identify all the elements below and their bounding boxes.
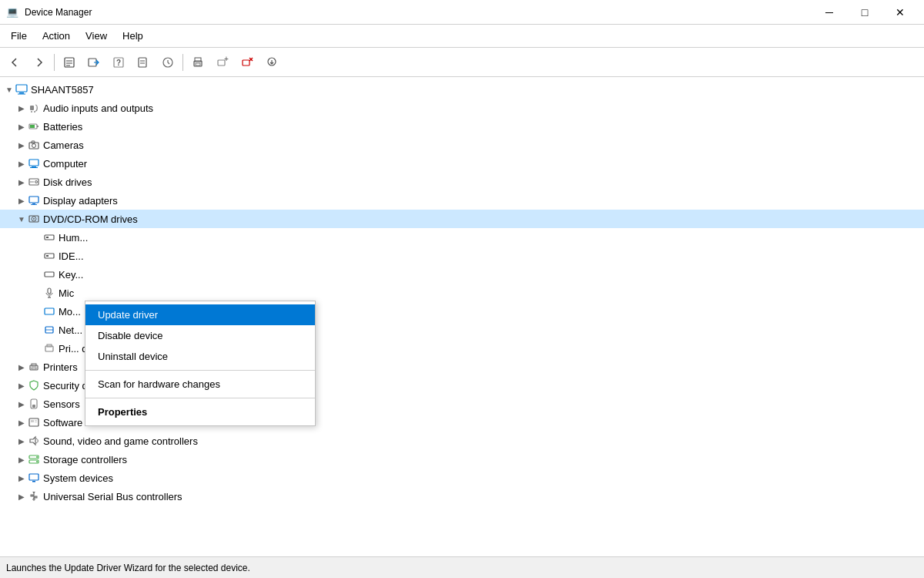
tree-item-computer[interactable]: ▶ Computer bbox=[0, 154, 924, 173]
svg-rect-52 bbox=[45, 308, 54, 314]
expand-computer[interactable]: ▶ bbox=[15, 157, 28, 170]
svg-rect-34 bbox=[30, 167, 38, 168]
printqu-icon bbox=[43, 342, 55, 355]
printers-label: Printers bbox=[43, 361, 78, 373]
expand-usb[interactable]: ▶ bbox=[15, 490, 28, 502]
svg-rect-65 bbox=[35, 422, 37, 422]
print-button[interactable] bbox=[186, 51, 209, 74]
dvd-icon bbox=[28, 213, 40, 225]
svg-marker-74 bbox=[32, 492, 35, 493]
device-events-button[interactable] bbox=[132, 51, 155, 74]
tree-item-disk-drives[interactable]: ▶ Disk drives bbox=[0, 173, 924, 191]
scan-hardware-button[interactable] bbox=[156, 51, 179, 74]
svg-marker-66 bbox=[30, 437, 35, 445]
svg-rect-45 bbox=[46, 237, 49, 238]
expand-root[interactable]: ▼ bbox=[3, 83, 15, 96]
tree-item-cameras[interactable]: ▶ Cameras bbox=[0, 136, 924, 154]
ctx-update-driver[interactable]: Update driver bbox=[85, 304, 315, 325]
update-driver-button[interactable] bbox=[82, 51, 105, 74]
svg-rect-16 bbox=[243, 60, 249, 66]
expand-disk[interactable]: ▶ bbox=[15, 176, 28, 188]
ctx-scan-hardware[interactable]: Scan for hardware changes bbox=[85, 374, 315, 395]
back-button[interactable] bbox=[3, 51, 26, 74]
svg-rect-13 bbox=[196, 63, 200, 66]
expand-cameras[interactable]: ▶ bbox=[15, 139, 28, 151]
help-button[interactable]: ? bbox=[107, 51, 130, 74]
tree-item-display-adapters[interactable]: ▶ Display adapters bbox=[0, 191, 924, 210]
cameras-label: Cameras bbox=[43, 139, 84, 151]
minimize-button[interactable]: ─ bbox=[812, 0, 847, 25]
expand-sound[interactable]: ▶ bbox=[15, 435, 28, 447]
forward-button[interactable] bbox=[28, 51, 51, 74]
expand-printers[interactable]: ▶ bbox=[15, 361, 28, 373]
title-bar: 💻 Device Manager ─ □ ✕ bbox=[0, 0, 924, 25]
expand-storage[interactable]: ▶ bbox=[15, 453, 28, 465]
expand-system[interactable]: ▶ bbox=[15, 472, 28, 484]
toolbar-separator-2 bbox=[182, 54, 183, 71]
menu-action[interactable]: Action bbox=[35, 27, 78, 45]
hum-label: Hum... bbox=[59, 232, 88, 244]
system-icon bbox=[28, 472, 40, 484]
main-content: ▼ SHAANT5857 ▶ bbox=[0, 77, 924, 556]
add-device-button[interactable]: + bbox=[211, 51, 234, 74]
key-icon bbox=[43, 268, 55, 281]
tree-item-key[interactable]: ▶ Key... bbox=[0, 265, 924, 284]
window-title: Device Manager bbox=[25, 7, 812, 18]
download-button[interactable] bbox=[260, 51, 283, 74]
svg-rect-72 bbox=[32, 481, 35, 482]
tree-item-storage[interactable]: ▶ Storage controllers bbox=[0, 450, 924, 469]
svg-rect-20 bbox=[16, 85, 27, 92]
tree-item-dvd[interactable]: ▼ DVD/CD-ROM drives bbox=[0, 210, 924, 228]
svg-rect-46 bbox=[45, 254, 54, 258]
expand-security[interactable]: ▶ bbox=[15, 379, 28, 391]
svg-rect-21 bbox=[19, 92, 24, 94]
mo-label: Mo... bbox=[59, 306, 81, 318]
ctx-disable-device[interactable]: Disable device bbox=[85, 325, 315, 346]
tree-item-hum[interactable]: ▶ Hum... bbox=[0, 228, 924, 247]
menu-view[interactable]: View bbox=[78, 27, 115, 45]
expand-dvd[interactable]: ▼ bbox=[15, 213, 28, 225]
menu-bar: File Action View Help bbox=[0, 25, 924, 48]
svg-rect-49 bbox=[48, 288, 51, 294]
audio-label: Audio inputs and outputs bbox=[43, 102, 153, 114]
svg-rect-38 bbox=[29, 197, 38, 203]
menu-help[interactable]: Help bbox=[115, 27, 151, 45]
expand-display[interactable]: ▶ bbox=[15, 194, 28, 207]
software-icon bbox=[28, 416, 40, 428]
display-icon bbox=[28, 194, 40, 207]
ctx-properties[interactable]: Properties bbox=[85, 402, 315, 422]
tree-item-mic[interactable]: ▶ Mic bbox=[0, 284, 924, 302]
printers-icon bbox=[28, 361, 40, 373]
sound-icon bbox=[28, 435, 40, 447]
svg-point-24 bbox=[31, 111, 32, 113]
svg-rect-33 bbox=[32, 166, 36, 167]
tree-item-sound[interactable]: ▶ Sound, video and game controllers bbox=[0, 432, 924, 450]
toolbar: ? + bbox=[0, 48, 924, 77]
svg-rect-39 bbox=[32, 203, 35, 204]
net-icon bbox=[43, 324, 55, 336]
expand-software[interactable]: ▶ bbox=[15, 416, 28, 428]
sensors-icon bbox=[28, 398, 40, 410]
ctx-separator-2 bbox=[85, 398, 315, 398]
storage-label: Storage controllers bbox=[43, 454, 127, 465]
svg-rect-28 bbox=[30, 125, 35, 128]
tree-item-usb[interactable]: ▶ Universal Serial Bus controllers bbox=[0, 487, 924, 506]
tree-root[interactable]: ▼ SHAANT5857 bbox=[0, 80, 924, 99]
properties-button[interactable] bbox=[58, 51, 81, 74]
computer-icon bbox=[15, 83, 28, 96]
expand-sensors[interactable]: ▶ bbox=[15, 398, 28, 410]
mic-label: Mic bbox=[59, 287, 74, 299]
maximize-button[interactable]: □ bbox=[847, 0, 882, 25]
tree-item-audio[interactable]: ▶ Audio inputs and outputs bbox=[0, 99, 924, 117]
svg-point-30 bbox=[32, 144, 36, 148]
tree-item-batteries[interactable]: ▶ Batteries bbox=[0, 117, 924, 136]
svg-rect-40 bbox=[31, 204, 37, 205]
ctx-uninstall-device[interactable]: Uninstall device bbox=[85, 346, 315, 367]
expand-audio[interactable]: ▶ bbox=[15, 102, 28, 114]
close-button[interactable]: ✕ bbox=[882, 0, 918, 25]
tree-item-system[interactable]: ▶ System devices bbox=[0, 469, 924, 487]
expand-batteries[interactable]: ▶ bbox=[15, 120, 28, 133]
menu-file[interactable]: File bbox=[3, 27, 35, 45]
remove-device-button[interactable] bbox=[236, 51, 259, 74]
tree-item-ide[interactable]: ▶ IDE... bbox=[0, 247, 924, 265]
